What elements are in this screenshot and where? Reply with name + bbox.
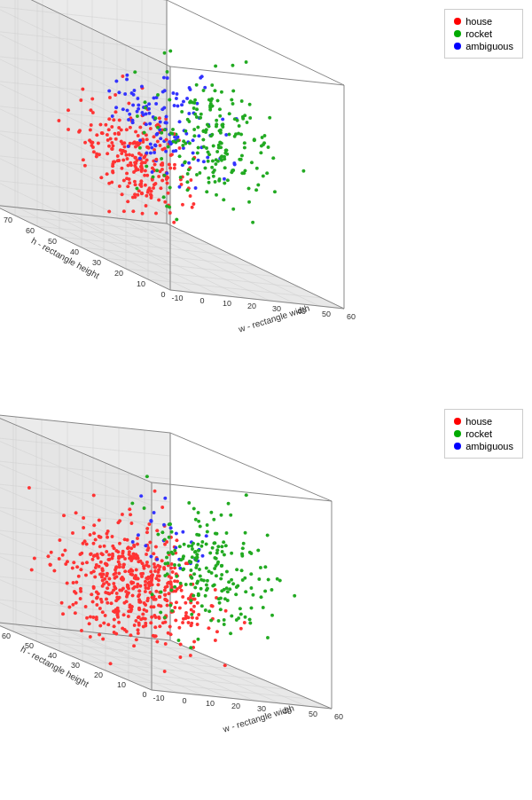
legend-label-rocket-1: rocket xyxy=(466,28,492,39)
legend-label-house-2: house xyxy=(466,416,492,427)
legend-label-ambiguous-2: ambiguous xyxy=(466,441,513,451)
chart-top: house rocket ambiguous xyxy=(0,0,532,400)
legend-dot-rocket-2 xyxy=(454,430,461,437)
legend-label-rocket-2: rocket xyxy=(466,428,492,439)
legend-item-house-1: house xyxy=(454,16,513,27)
legend-bottom: house rocket ambiguous xyxy=(444,409,523,459)
legend-item-rocket-2: rocket xyxy=(454,428,513,439)
legend-top: house rocket ambiguous xyxy=(444,9,523,59)
legend-item-ambiguous-2: ambiguous xyxy=(454,441,513,451)
legend-label-ambiguous-1: ambiguous xyxy=(466,41,513,51)
legend-dot-house-2 xyxy=(454,418,461,425)
scatter-plot-1 xyxy=(0,0,532,400)
legend-dot-rocket-1 xyxy=(454,30,461,37)
chart-bottom: house rocket ambiguous xyxy=(0,400,532,800)
legend-dot-ambiguous-1 xyxy=(454,43,461,50)
legend-label-house-1: house xyxy=(466,16,492,27)
legend-item-rocket-1: rocket xyxy=(454,28,513,39)
legend-dot-ambiguous-2 xyxy=(454,443,461,450)
legend-item-ambiguous-1: ambiguous xyxy=(454,41,513,51)
legend-item-house-2: house xyxy=(454,416,513,427)
scatter-plot-2 xyxy=(0,400,532,800)
legend-dot-house-1 xyxy=(454,18,461,25)
